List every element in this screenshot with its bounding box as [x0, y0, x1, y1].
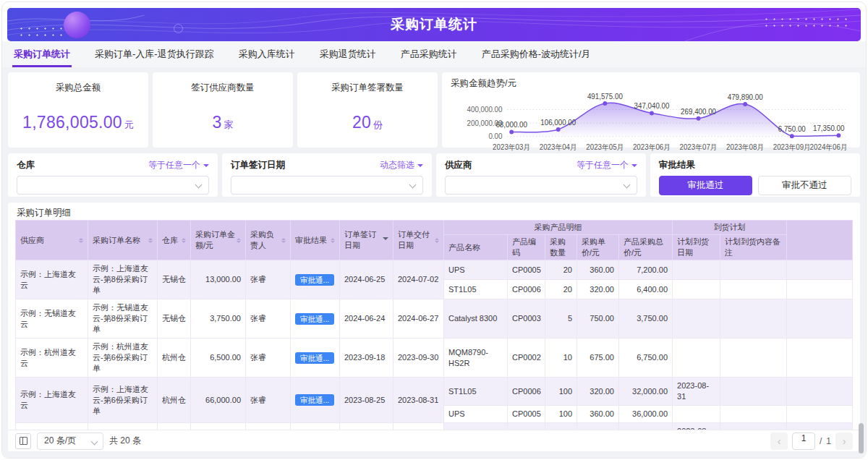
- cell-approval: 审批通...: [291, 423, 340, 430]
- cell-order-name: 示例：上海道友云-第6份采购订单: [88, 378, 158, 423]
- approval-pass-button[interactable]: 审批通过: [659, 176, 752, 195]
- chevron-down-icon: [91, 438, 98, 445]
- total-count-text: 共 20 条: [109, 435, 141, 447]
- prev-page-button[interactable]: ‹: [770, 433, 788, 450]
- tab-3[interactable]: 采购退货统计: [318, 48, 378, 67]
- sub-col-header-3: 采购单价/元: [577, 235, 619, 260]
- svg-text:2023年03月: 2023年03月: [493, 143, 530, 151]
- cell-owner: 张睿: [246, 423, 291, 430]
- cell-unit-price: 320.00: [577, 280, 619, 299]
- cell-supplier: 示例：上海道友云: [16, 260, 88, 299]
- cell-order-name: 示例：杭州道友云-第6份采购订单: [88, 338, 158, 378]
- svg-text:2023年08月: 2023年08月: [726, 143, 764, 151]
- sign-date-select[interactable]: [231, 176, 423, 195]
- cell-order-name: 示例：杭州道友云-第5份采购订单: [88, 423, 158, 430]
- kpi-card-order-count: 采购订单签署数量 20份: [297, 72, 438, 148]
- cell-supplier: 示例：杭州道友云: [16, 423, 88, 430]
- order-detail-table: 供应商采购订单名称仓库采购订单金额/元采购负责人审批结果订单签订日期订单交付日期…: [15, 220, 853, 430]
- tab-5[interactable]: 产品采购价格-波动统计/月: [480, 48, 592, 67]
- group-header-1: 到货计划: [673, 221, 787, 235]
- kpi-card-total-amount: 采购总金额 1,786,005.00元: [7, 72, 149, 148]
- kpi-unit: 份: [373, 119, 383, 130]
- approval-status-tag[interactable]: 审批通...: [295, 313, 334, 325]
- group-header-0: 采购产品明细: [444, 221, 673, 235]
- approval-fail-button[interactable]: 审批不通过: [758, 176, 851, 195]
- kpi-value: 20: [352, 113, 371, 132]
- cell-amount: 66,000.00: [191, 378, 246, 423]
- approval-status-tag[interactable]: 审批通...: [295, 274, 334, 286]
- filter-label: 审批结果: [659, 159, 695, 171]
- cell-supplier: 示例：上海道友云: [16, 378, 88, 423]
- cell-approval: 审批通...: [291, 378, 340, 423]
- table-row: 示例：杭州道友云示例：杭州道友云-第5份采购订单无锡仓142,000.00张睿审…: [16, 423, 853, 430]
- approval-status-tag[interactable]: 审批通...: [295, 394, 334, 406]
- filter-operator[interactable]: 等于任意一个: [148, 159, 209, 171]
- cell-total-price: 32,000.00: [619, 378, 673, 406]
- filter-operator[interactable]: 等于任意一个: [576, 159, 637, 171]
- svg-text:68,000.00: 68,000.00: [495, 121, 527, 129]
- cell-filler: [787, 338, 853, 378]
- cell-arrival-note: [720, 378, 787, 406]
- tab-4[interactable]: 产品采购统计: [399, 48, 459, 67]
- cell-total-price: 6,750.00: [619, 338, 673, 378]
- sort-icon: [182, 236, 186, 245]
- sub-col-header-4: 产品采购总价/元: [619, 235, 673, 260]
- page-number-input[interactable]: 1: [792, 433, 815, 450]
- sub-col-header-2: 采购数量: [545, 235, 577, 260]
- cell-product-code: CP0006: [508, 378, 545, 406]
- tab-1[interactable]: 采购订单-入库-退货执行跟踪: [93, 48, 216, 67]
- supplier-select[interactable]: [445, 176, 637, 195]
- col-header-7[interactable]: 订单交付日期: [393, 221, 444, 260]
- filler-header: [787, 221, 853, 260]
- cell-supplier: 示例：杭州道友云: [16, 338, 88, 378]
- cell-arrival-note: [720, 260, 787, 280]
- sort-icon: [435, 236, 439, 245]
- cell-arrival-date: [673, 260, 720, 280]
- cell-qty: 100: [545, 406, 577, 423]
- filter-operator[interactable]: 动态筛选: [380, 159, 423, 171]
- sort-desc-icon: [383, 237, 388, 243]
- filter-approval-result: 审批结果 审批通过 审批不通过: [650, 153, 861, 197]
- page-size-select[interactable]: 20 条/页: [37, 433, 103, 450]
- col-header-2[interactable]: 仓库: [158, 221, 191, 260]
- svg-text:106,000.00: 106,000.00: [540, 119, 576, 127]
- cell-approval: 审批通...: [291, 299, 340, 338]
- cell-owner: 张睿: [246, 378, 291, 423]
- total-pages: 1: [826, 436, 831, 446]
- caret-down-icon: [203, 164, 209, 170]
- approval-status-tag[interactable]: 审批通...: [295, 352, 334, 364]
- cell-filler: [787, 260, 853, 280]
- col-header-6[interactable]: 订单签订日期: [340, 221, 393, 260]
- cell-unit-price: 360.00: [577, 406, 619, 423]
- scrollbar-thumb[interactable]: [859, 423, 864, 453]
- svg-text:2023年07月: 2023年07月: [680, 143, 718, 151]
- cell-qty: 20: [545, 260, 577, 280]
- col-header-1[interactable]: 采购订单名称: [88, 221, 158, 260]
- cell-unit-price: 675.00: [577, 338, 619, 378]
- col-header-4[interactable]: 采购负责人: [246, 221, 291, 260]
- dashboard-content: 采购总金额 1,786,005.00元 签订供应商数量 3家 采购订单签署数量 …: [2, 67, 866, 458]
- dashboard-frame: 采购订单统计 采购订单统计采购订单-入库-退货执行跟踪采购入库统计采购退货统计产…: [1, 1, 867, 459]
- order-detail-panel: 采购订单明细 供应商采购订单名称仓库采购订单金额/元采购负责人审批结果订单签订日…: [7, 202, 861, 452]
- col-header-3[interactable]: 采购订单金额/元: [191, 221, 246, 260]
- cell-warehouse: 无锡仓: [158, 299, 191, 338]
- caret-down-icon: [417, 164, 423, 170]
- cell-sign-date: 2023-08-25: [340, 378, 393, 423]
- next-page-button[interactable]: ›: [835, 433, 853, 450]
- chevron-down-icon: [409, 182, 417, 189]
- kpi-value: 1,786,005.00: [22, 113, 122, 132]
- tab-0[interactable]: 采购订单统计: [12, 48, 72, 67]
- warehouse-select[interactable]: [17, 176, 209, 195]
- cell-total-price: 7,200.00: [619, 260, 673, 280]
- col-header-0[interactable]: 供应商: [16, 221, 88, 260]
- tab-2[interactable]: 采购入库统计: [237, 48, 297, 67]
- cell-owner: 张睿: [246, 338, 291, 378]
- column-settings-button[interactable]: [15, 433, 31, 449]
- cell-arrival-date: [673, 338, 720, 378]
- cell-unit-price: 320.00: [577, 378, 619, 406]
- col-header-5[interactable]: 审批结果: [291, 221, 340, 260]
- cell-total-price: 3,750.00: [619, 299, 673, 338]
- cell-filler: [787, 280, 853, 299]
- cell-delivery-date: 2023-08-31: [393, 423, 444, 430]
- sub-col-header-0: 产品名称: [444, 235, 508, 260]
